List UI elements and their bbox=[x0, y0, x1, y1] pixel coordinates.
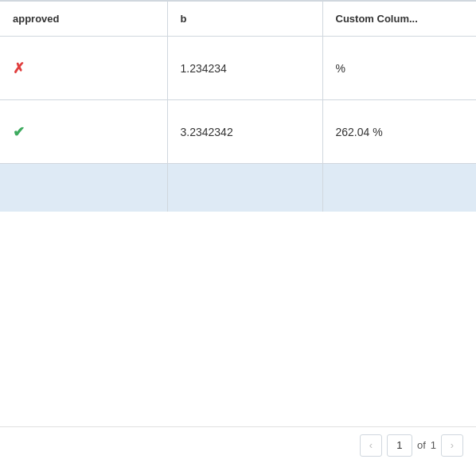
cell-empty-3 bbox=[322, 164, 476, 212]
of-label: of bbox=[417, 439, 426, 451]
cell-custom-2: 262.04 % bbox=[322, 100, 476, 164]
chevron-left-icon: ‹ bbox=[369, 439, 373, 451]
cell-custom-1: % bbox=[322, 37, 476, 100]
cell-empty-2 bbox=[167, 164, 322, 212]
total-pages: 1 bbox=[431, 439, 436, 451]
check-icon: ✔ bbox=[13, 124, 25, 140]
table-row: ✔ 3.2342342 262.04 % bbox=[0, 100, 476, 164]
cell-b-1: 1.234234 bbox=[167, 37, 322, 100]
cross-icon: ✗ bbox=[13, 60, 25, 76]
column-header-b[interactable]: b bbox=[167, 2, 322, 37]
data-table: approved b Custom Colum... ✗ 1.234234 % … bbox=[0, 0, 476, 426]
cell-approved-1: ✗ bbox=[0, 37, 167, 100]
next-page-button[interactable]: › bbox=[441, 434, 463, 457]
table-row-empty bbox=[0, 164, 476, 212]
column-header-approved[interactable]: approved bbox=[0, 2, 167, 37]
current-page-display: 1 bbox=[387, 434, 412, 457]
page-number: 1 bbox=[396, 439, 402, 451]
table-row: ✗ 1.234234 % bbox=[0, 37, 476, 100]
cell-b-2: 3.2342342 bbox=[167, 100, 322, 164]
prev-page-button[interactable]: ‹ bbox=[360, 434, 382, 457]
chevron-right-icon: › bbox=[451, 439, 454, 451]
table-header-row: approved b Custom Colum... bbox=[0, 2, 476, 37]
cell-approved-2: ✔ bbox=[0, 100, 167, 164]
column-header-custom[interactable]: Custom Colum... bbox=[322, 2, 476, 37]
cell-empty-1 bbox=[0, 164, 167, 212]
pagination-bar: ‹ 1 of 1 › bbox=[0, 426, 476, 463]
